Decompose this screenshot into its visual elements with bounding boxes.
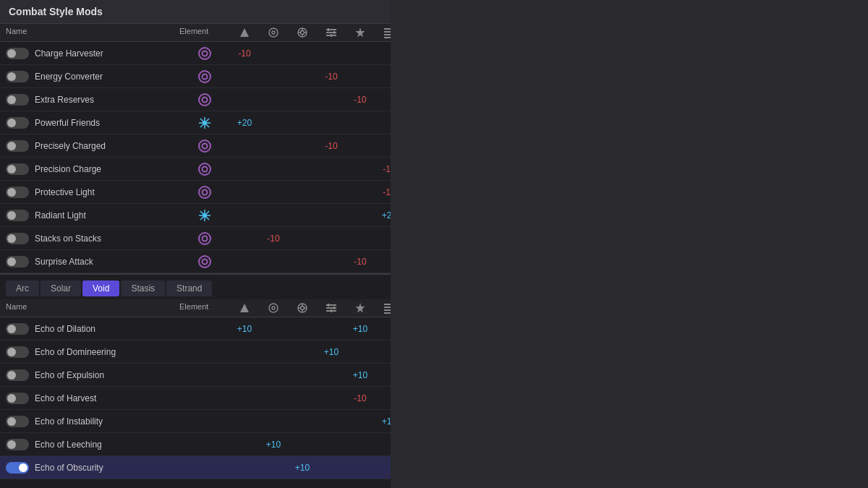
- mod-row-extra-reserves: Extra Reserves ————-10—: [0, 88, 391, 111]
- mod-toggle-echo-instability[interactable]: [6, 416, 29, 427]
- tab-void[interactable]: Void: [82, 281, 119, 296]
- bottom-header-icon-3: [288, 302, 317, 314]
- stat-value: —: [317, 393, 346, 403]
- stat-value: -10: [346, 393, 375, 403]
- mod-toggle-surprise-attack[interactable]: [6, 256, 29, 267]
- svg-point-45: [203, 259, 208, 264]
- svg-point-43: [203, 236, 208, 241]
- svg-rect-17: [384, 31, 391, 33]
- header-icon-1: [230, 27, 259, 38]
- stat-value: —: [288, 72, 317, 82]
- mod-name-extra-reserves: Extra Reserves: [35, 95, 94, 105]
- mod-toggle-energy-converter[interactable]: [6, 71, 29, 82]
- stat-value: —: [259, 393, 288, 403]
- mod-name-cell: Precisely Charged: [6, 140, 179, 152]
- stat-value: —: [230, 440, 259, 450]
- element-icon-protective-light: [179, 185, 230, 200]
- mod-toggle-echo-obscurity[interactable]: [6, 462, 29, 474]
- element-icon-extra-reserves: [179, 93, 230, 107]
- svg-rect-62: [384, 304, 391, 305]
- svg-point-23: [203, 74, 208, 79]
- stat-value: —: [375, 257, 391, 267]
- main-panel: Combat Style Mods Name Element: [0, 0, 391, 488]
- mod-toggle-stacks-on-stacks[interactable]: [6, 233, 29, 244]
- stat-value: —: [230, 72, 259, 82]
- stat-value: —: [375, 370, 391, 380]
- mod-name-echo-domineering: Echo of Domineering: [35, 347, 116, 357]
- stat-value: —: [230, 347, 259, 357]
- mod-name-cell: Surprise Attack: [6, 256, 179, 267]
- mod-toggle-echo-expulsion[interactable]: [6, 369, 29, 381]
- stat-value: —: [375, 440, 391, 450]
- mod-name-cell: Stacks on Stacks: [6, 233, 179, 244]
- svg-marker-0: [240, 28, 249, 37]
- stat-value: +10: [317, 347, 346, 357]
- svg-point-44: [199, 256, 210, 267]
- mod-name-cell: Echo of Leeching: [6, 439, 179, 450]
- bottom-header-icon-6: [375, 302, 391, 314]
- tab-strand[interactable]: Strand: [166, 281, 212, 296]
- svg-point-48: [272, 307, 275, 309]
- svg-rect-58: [328, 304, 329, 307]
- stat-value: —: [346, 48, 375, 59]
- stat-value: —: [259, 72, 288, 82]
- mod-name-echo-dilation: Echo of Dilation: [35, 324, 95, 334]
- stat-value: —: [317, 324, 346, 334]
- top-table-header: Name Element: [0, 24, 391, 42]
- svg-point-32: [203, 143, 208, 148]
- mod-toggle-precision-charge[interactable]: [6, 163, 29, 175]
- bottom-header-icon-1: [230, 302, 259, 314]
- element-icon-radiant-light: [179, 208, 230, 223]
- mod-toggle-extra-reserves[interactable]: [6, 94, 29, 106]
- stat-value: —: [346, 463, 375, 473]
- stat-value: —: [288, 347, 317, 357]
- element-icon-stacks-on-stacks: [179, 231, 230, 246]
- mod-toggle-echo-domineering[interactable]: [6, 346, 29, 358]
- tab-stasis[interactable]: Stasis: [121, 281, 165, 296]
- mod-toggle-powerful-friends[interactable]: [6, 117, 29, 129]
- stat-value: —: [346, 234, 375, 244]
- stat-value: —: [346, 347, 375, 357]
- stat-value: —: [317, 234, 346, 244]
- svg-point-24: [199, 94, 210, 106]
- svg-point-20: [199, 48, 210, 59]
- mod-toggle-echo-dilation[interactable]: [6, 323, 29, 335]
- svg-rect-64: [384, 309, 391, 311]
- svg-marker-46: [240, 304, 249, 312]
- stat-value: —: [288, 210, 317, 221]
- stat-value: -10: [375, 187, 391, 197]
- stat-value: —: [288, 48, 317, 59]
- tabs-row: ArcSolarVoidStasisStrand: [0, 278, 391, 299]
- stat-value: -10: [346, 95, 375, 105]
- svg-marker-61: [356, 303, 365, 313]
- mod-name-cell: Echo of Dilation: [6, 323, 179, 335]
- tabs-section: ArcSolarVoidStasisStrand: [0, 273, 391, 299]
- mod-toggle-precisely-charged[interactable]: [6, 140, 29, 152]
- mod-toggle-protective-light[interactable]: [6, 187, 29, 198]
- mod-toggle-radiant-light[interactable]: [6, 210, 29, 221]
- mod-name-stacks-on-stacks: Stacks on Stacks: [35, 234, 101, 244]
- tab-solar[interactable]: Solar: [41, 281, 81, 296]
- stat-value: —: [259, 187, 288, 197]
- mod-row-precision-charge: Precision Charge —————-10: [0, 158, 391, 181]
- stat-value: —: [230, 187, 259, 197]
- mod-toggle-charge-harvester[interactable]: [6, 48, 29, 59]
- mod-row-stacks-on-stacks: Stacks on Stacks —-10————: [0, 227, 391, 250]
- stat-value: —: [375, 463, 391, 473]
- header-icon-3: [288, 27, 317, 38]
- mod-toggle-echo-harvest[interactable]: [6, 393, 29, 404]
- element-icon-energy-converter: [179, 69, 230, 84]
- mod-row-precisely-charged: Precisely Charged ———-10——: [0, 134, 391, 158]
- mod-row-echo-instability: Echo of Instability —————+10: [0, 410, 391, 433]
- mod-row-radiant-light: Radiant Light —————+20: [0, 204, 391, 227]
- tab-arc[interactable]: Arc: [6, 281, 39, 296]
- bottom-header-icon-5: [346, 302, 375, 314]
- svg-rect-59: [333, 307, 335, 309]
- stat-value: -10: [317, 72, 346, 82]
- mod-name-cell: Protective Light: [6, 187, 179, 198]
- mod-name-cell: Radiant Light: [6, 210, 179, 221]
- stat-value: —: [317, 118, 346, 128]
- stat-value: —: [259, 95, 288, 105]
- svg-rect-65: [384, 312, 391, 314]
- mod-toggle-echo-leeching[interactable]: [6, 439, 29, 450]
